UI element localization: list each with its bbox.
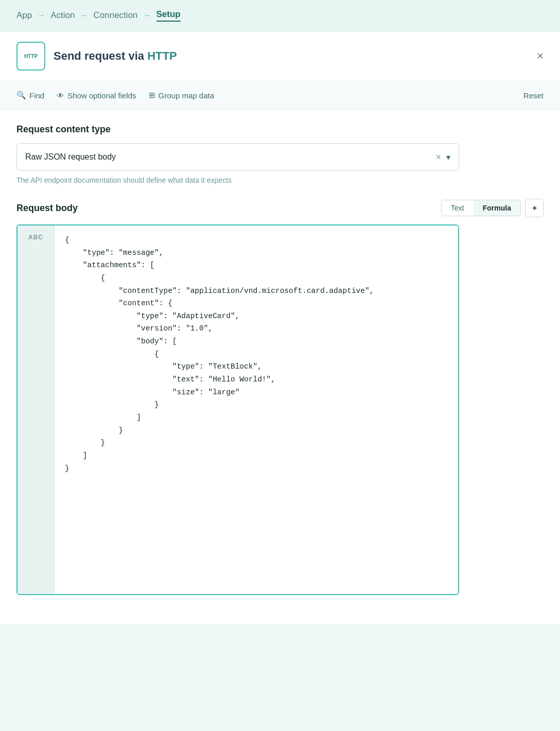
request-content-type-title: Request content type [16, 124, 544, 135]
text-formula-toggle: Text Formula [441, 200, 521, 216]
content-type-select[interactable]: Raw JSON request body × ▾ [16, 143, 459, 171]
toolbar: 🔍 Find 👁 Show optional fields ⊞ Group ma… [0, 81, 560, 110]
reset-button[interactable]: Reset [523, 91, 544, 100]
code-editor[interactable]: ABC { "type": "message", "attachments": … [16, 224, 459, 595]
breadcrumb-connection[interactable]: Connection [94, 10, 138, 21]
content-type-clear-icon[interactable]: × [435, 152, 441, 163]
text-toggle-button[interactable]: Text [442, 200, 474, 216]
magic-icon: ✦ [531, 203, 538, 213]
content-type-value: Raw JSON request body [25, 152, 435, 162]
title-http: HTTP [147, 49, 177, 62]
close-button[interactable]: × [537, 50, 544, 62]
request-content-type-section: Request content type Raw JSON request bo… [16, 124, 544, 184]
breadcrumb-arrow-1: → [37, 11, 45, 20]
breadcrumb-arrow-3: → [143, 11, 151, 20]
formula-toggle-button[interactable]: Formula [474, 200, 520, 216]
breadcrumb-app[interactable]: App [16, 10, 32, 21]
group-map-label: Group map data [159, 91, 214, 100]
code-gutter: ABC [18, 225, 55, 594]
show-optional-label: Show optional fields [67, 91, 136, 100]
breadcrumb-action[interactable]: Action [50, 10, 75, 21]
page-title: Send request via HTTP [54, 49, 177, 63]
title-via: via [129, 49, 148, 62]
http-icon: HTTP [16, 42, 45, 71]
group-icon: ⊞ [149, 91, 155, 100]
request-body-section: Request body Text Formula ✦ ABC { "type"… [16, 199, 544, 595]
show-optional-fields-button[interactable]: 👁 Show optional fields [57, 89, 136, 102]
search-icon: 🔍 [16, 91, 26, 100]
breadcrumb: App → Action → Connection → Setup [0, 0, 560, 31]
magic-button[interactable]: ✦ [525, 199, 544, 217]
content-type-hint: The API endpoint documentation should de… [16, 176, 544, 184]
http-icon-text: HTTP [24, 54, 38, 59]
breadcrumb-setup[interactable]: Setup [156, 9, 181, 22]
code-content[interactable]: { "type": "message", "attachments": [ { … [55, 225, 458, 594]
find-button[interactable]: 🔍 Find [16, 89, 44, 102]
gutter-label: ABC [28, 234, 43, 241]
breadcrumb-arrow-2: → [80, 11, 89, 20]
find-label: Find [29, 91, 44, 100]
request-body-header: Request body Text Formula ✦ [16, 199, 544, 217]
page-header: HTTP Send request via HTTP × [0, 31, 560, 81]
title-send-request: Send request [54, 49, 125, 62]
main-content: Request content type Raw JSON request bo… [0, 110, 560, 624]
eye-icon: 👁 [57, 91, 64, 100]
request-body-title: Request body [16, 203, 78, 214]
content-type-chevron-icon[interactable]: ▾ [446, 152, 450, 162]
group-map-data-button[interactable]: ⊞ Group map data [149, 89, 214, 102]
